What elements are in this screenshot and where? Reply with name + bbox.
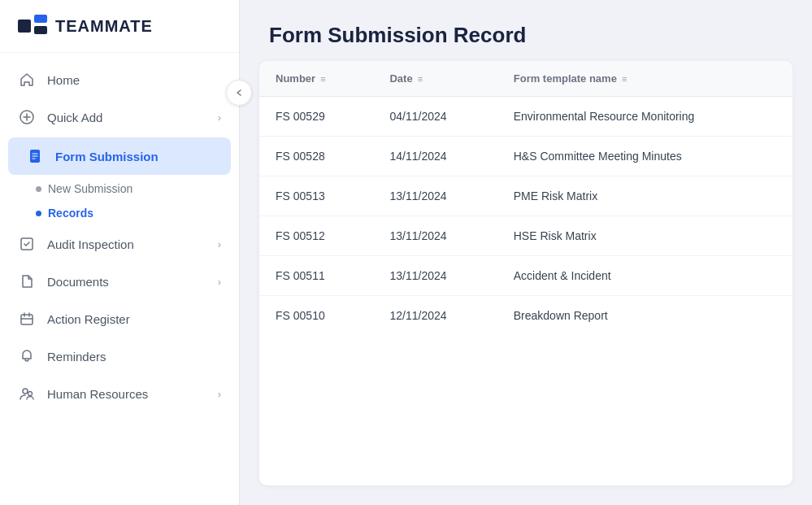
cell-form-template-name: PME Risk Matrix [497,176,792,216]
sidebar-item-documents[interactable]: Documents › [0,263,239,300]
main-content: Form Submission Record Number ≡ Date ≡ [240,0,812,505]
home-icon [18,71,36,89]
col-number[interactable]: Number ≡ [259,61,373,97]
chevron-right-icon: › [218,276,221,288]
cell-date: 13/11/2024 [373,176,497,216]
sidebar-item-hr-label: Human Resources [47,387,206,401]
cell-form-template-name: H&S Committee Meeting Minutes [497,137,792,176]
table-row[interactable]: FS 0051012/11/2024Breakdown Report [259,296,792,336]
chevron-left-icon [235,89,243,97]
cell-form-template-name: Accident & Incident [497,256,792,296]
col-number-label: Number [276,72,315,85]
table-row[interactable]: FS 0051113/11/2024Accident & Incident [259,256,792,296]
cell-date: 14/11/2024 [373,137,497,176]
sidebar-item-action-register-label: Action Register [47,312,221,326]
table-header-row: Number ≡ Date ≡ Form template name [259,61,792,97]
svg-rect-6 [21,315,33,324]
col-form-template-label: Form template name [514,72,617,85]
logo-area: TEAMMATE [0,0,239,53]
form-icon [26,147,44,165]
new-submission-label: New Submission [48,182,132,195]
svg-rect-2 [34,26,47,34]
table-body: FS 0052904/11/2024Environmental Resource… [259,97,792,336]
cell-form-template-name: Breakdown Report [497,296,792,336]
cell-number: FS 00529 [259,97,373,137]
cell-number: FS 00511 [259,256,373,296]
sidebar-item-quick-add[interactable]: Quick Add › [0,98,239,136]
table-row[interactable]: FS 0052814/11/2024H&S Committee Meeting … [259,137,792,176]
app-name: TEAMMATE [55,17,153,36]
dot-active-icon [36,211,41,216]
col-form-template-name[interactable]: Form template name ≡ [497,61,792,97]
form-submission-sub-nav: New Submission Records [0,176,239,225]
sidebar-item-form-submission-label: Form Submission [55,150,213,163]
svg-point-8 [28,392,33,396]
quick-add-icon [18,108,36,126]
reminders-icon [18,347,36,365]
col-date[interactable]: Date ≡ [373,61,497,97]
cell-form-template-name: HSE Risk Matrix [497,216,792,256]
logo-icon [18,15,47,37]
cell-date: 13/11/2024 [373,256,497,296]
hr-icon [18,385,36,403]
chevron-right-icon: › [218,111,221,124]
collapse-sidebar-button[interactable] [226,80,252,106]
filter-template-icon[interactable]: ≡ [622,74,627,84]
sidebar-item-audit-label: Audit Inspection [47,237,206,251]
sidebar-item-home[interactable]: Home [0,61,239,98]
sidebar-item-action-register[interactable]: Action Register [0,300,239,337]
sidebar-sub-item-records[interactable]: Records [36,201,239,225]
chevron-right-icon: › [218,388,221,400]
cell-date: 04/11/2024 [373,97,497,137]
table-header: Number ≡ Date ≡ Form template name [259,61,792,97]
sidebar-item-home-label: Home [47,73,221,87]
records-label: Records [48,207,93,220]
records-table-container: Number ≡ Date ≡ Form template name [259,61,792,485]
col-date-label: Date [389,72,412,85]
sidebar-navigation: Home Quick Add › Form Submission [0,53,239,505]
page-title: Form Submission Record [269,23,783,48]
cell-form-template-name: Environmental Resource Monitoring [497,97,792,137]
table-row[interactable]: FS 0051213/11/2024HSE Risk Matrix [259,216,792,256]
table-row[interactable]: FS 0051313/11/2024PME Risk Matrix [259,176,792,216]
cell-number: FS 00510 [259,296,373,336]
cell-date: 12/11/2024 [373,296,497,336]
sidebar-item-reminders-label: Reminders [47,350,221,364]
filter-date-icon[interactable]: ≡ [418,74,423,84]
sidebar: TEAMMATE Home Quick Add › [0,0,240,505]
sidebar-item-audit-inspection[interactable]: Audit Inspection › [0,225,239,263]
sidebar-sub-item-new-submission[interactable]: New Submission [36,176,239,201]
records-table: Number ≡ Date ≡ Form template name [259,61,792,335]
table-row[interactable]: FS 0052904/11/2024Environmental Resource… [259,97,792,137]
filter-number-icon[interactable]: ≡ [320,74,325,84]
sidebar-item-reminders[interactable]: Reminders [0,337,239,375]
cell-date: 13/11/2024 [373,216,497,256]
sidebar-item-form-submission[interactable]: Form Submission [8,137,231,175]
sidebar-item-human-resources[interactable]: Human Resources › [0,375,239,412]
main-header: Form Submission Record [240,0,812,61]
sidebar-item-documents-label: Documents [47,275,206,289]
chevron-right-icon: › [218,238,221,250]
svg-rect-0 [18,20,31,33]
svg-rect-1 [34,15,47,23]
cell-number: FS 00513 [259,176,373,216]
svg-point-7 [23,389,28,394]
action-register-icon [18,310,36,328]
cell-number: FS 00512 [259,216,373,256]
dot-icon [36,186,41,192]
cell-number: FS 00528 [259,137,373,176]
documents-icon [18,272,36,290]
audit-icon [18,235,36,253]
sidebar-item-quick-add-label: Quick Add [47,111,206,124]
